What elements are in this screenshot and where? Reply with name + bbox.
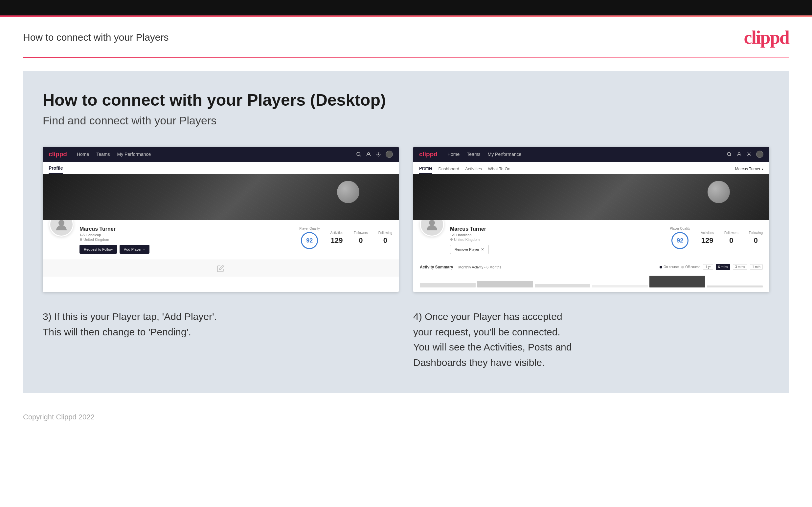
stats-2: Player Quality 92 Activities 129 Followe…	[670, 225, 763, 249]
search-icon-1[interactable]	[356, 152, 361, 157]
player-name-1: Marcus Turner	[80, 226, 293, 232]
mock-tab-profile-1[interactable]: Profile	[49, 165, 63, 174]
activity-summary-2: Activity Summary Monthly Activity - 6 Mo…	[413, 260, 769, 292]
stat-quality-label-2: Player Quality	[670, 227, 690, 230]
activity-title-2: Activity Summary	[420, 265, 453, 269]
user-icon-1[interactable]	[366, 152, 371, 157]
mock-nav-home-1[interactable]: Home	[77, 152, 89, 157]
captions-row: 3) If this is your Player tap, 'Add Play…	[43, 309, 769, 370]
stat-followers-label-1: Followers	[354, 231, 368, 235]
svg-point-4	[58, 220, 64, 226]
stat-following-label-1: Following	[378, 231, 392, 235]
avatar-icon-1[interactable]	[386, 151, 393, 158]
handicap-2: 1-5 Handicap	[450, 233, 664, 237]
tab-dashboard-2[interactable]: Dashboard	[438, 166, 459, 174]
location-icon-1	[80, 238, 83, 241]
stat-following-2: Following 0	[749, 231, 763, 245]
stat-followers-value-2: 0	[724, 236, 739, 245]
scroll-area-1	[43, 260, 399, 277]
screenshots-row: clippd Home Teams My Performance Profile	[43, 147, 769, 292]
mock-nav-teams-2[interactable]: Teams	[467, 152, 480, 157]
bar-3	[535, 284, 591, 287]
legend-offcourse: Off course	[681, 265, 700, 269]
stat-following-value-1: 0	[378, 236, 392, 245]
tab-whattoon-2[interactable]: What To On	[488, 166, 510, 174]
settings-icon-2[interactable]	[746, 152, 752, 157]
svg-line-1	[360, 155, 361, 157]
mock-tabbar-1: Profile	[43, 162, 399, 174]
footer: Copyright Clippd 2022	[0, 406, 812, 431]
x-icon: ✕	[481, 247, 484, 252]
chevron-down-icon-2: ▾	[762, 167, 763, 171]
period-6mths-btn[interactable]: 6 mths	[716, 264, 730, 270]
plus-icon-1: +	[143, 247, 146, 252]
mock-profile-area-2: Marcus Turner 1-5 Handicap United Kingdo…	[413, 220, 769, 260]
location-2: United Kingdom	[450, 238, 664, 241]
stat-activities-value-1: 129	[331, 236, 343, 245]
handicap-1: 1-5 Handicap	[80, 233, 293, 237]
mock-nav-2: clippd Home Teams My Performance	[413, 147, 769, 162]
add-player-button[interactable]: Add Player +	[119, 245, 149, 253]
svg-point-10	[429, 220, 435, 226]
bar-5	[649, 276, 705, 287]
bar-1	[420, 283, 476, 287]
logo: clippd	[744, 27, 789, 48]
stat-quality-1: Player Quality 92	[299, 227, 320, 249]
player-name-2: Marcus Turner	[450, 226, 664, 232]
activity-controls-2: On course Off course 1 yr 6 mths 3 mths …	[660, 264, 763, 270]
quality-circle-2: 92	[671, 232, 689, 249]
top-bar	[0, 0, 812, 17]
header-divider	[23, 57, 789, 58]
request-follow-button[interactable]: Request to Follow	[80, 245, 117, 253]
stat-followers-1: Followers 0	[354, 231, 368, 245]
activity-period-2: Monthly Activity - 6 Months	[458, 265, 501, 269]
profile-info-2: Marcus Turner 1-5 Handicap United Kingdo…	[450, 225, 664, 254]
caption-2: 4) Once your Player has accepted your re…	[413, 309, 769, 370]
period-1yr-btn[interactable]: 1 yr	[703, 264, 713, 270]
svg-line-7	[730, 155, 731, 157]
mock-nav-1: clippd Home Teams My Performance	[43, 147, 399, 162]
stat-activities-label-2: Activities	[701, 231, 714, 235]
location-1: United Kingdom	[80, 238, 293, 241]
mock-tabbar-2: Profile Dashboard Activities What To On …	[413, 162, 769, 174]
hero-ball-1	[337, 181, 359, 203]
stat-followers-2: Followers 0	[724, 231, 739, 245]
stats-1: Player Quality 92 Activities 129 Followe…	[299, 225, 392, 249]
remove-player-button[interactable]: Remove Player ✕	[450, 245, 489, 254]
profile-info-1: Marcus Turner 1-5 Handicap United Kingdo…	[80, 225, 293, 253]
stat-activities-label-1: Activities	[331, 231, 343, 235]
search-icon-2[interactable]	[726, 152, 732, 157]
stat-quality-2: Player Quality 92	[670, 227, 690, 249]
period-1mth-btn[interactable]: 1 mth	[750, 264, 763, 270]
chart-bars-2	[420, 273, 763, 287]
edit-icon-1	[217, 265, 225, 272]
mock-logo-2: clippd	[419, 151, 438, 158]
user-icon-2[interactable]	[737, 152, 742, 157]
settings-icon-1[interactable]	[376, 152, 381, 157]
period-3mths-btn[interactable]: 3 mths	[733, 264, 747, 270]
mock-nav-performance-1[interactable]: My Performance	[117, 152, 151, 157]
copyright: Copyright Clippd 2022	[23, 413, 95, 421]
main-content: How to connect with your Players (Deskto…	[23, 71, 789, 393]
tab-profile-2[interactable]: Profile	[419, 166, 432, 174]
header: How to connect with your Players clippd	[0, 17, 812, 57]
screenshot-2: clippd Home Teams My Performance Profile…	[413, 147, 769, 292]
stat-following-1: Following 0	[378, 231, 392, 245]
caption-1: 3) If this is your Player tap, 'Add Play…	[43, 309, 399, 370]
mock-nav-performance-2[interactable]: My Performance	[488, 152, 522, 157]
stat-following-label-2: Following	[749, 231, 763, 235]
mock-nav-home-2[interactable]: Home	[447, 152, 460, 157]
stat-followers-value-1: 0	[354, 236, 368, 245]
stat-following-value-2: 0	[749, 236, 763, 245]
mock-nav-teams-1[interactable]: Teams	[96, 152, 110, 157]
stat-followers-label-2: Followers	[724, 231, 739, 235]
legend-oncourse: On course	[660, 265, 679, 269]
svg-point-9	[748, 154, 750, 155]
mock-nav-icons-1	[356, 151, 393, 158]
legend-oncourse-dot	[660, 266, 662, 269]
top-bar-accent	[0, 15, 812, 17]
player-dropdown-2[interactable]: Marcus Turner ▾	[735, 167, 763, 174]
avatar-icon-2[interactable]	[756, 151, 763, 158]
tab-activities-2[interactable]: Activities	[465, 166, 482, 174]
main-subtitle: Find and connect with your Players	[43, 114, 769, 127]
